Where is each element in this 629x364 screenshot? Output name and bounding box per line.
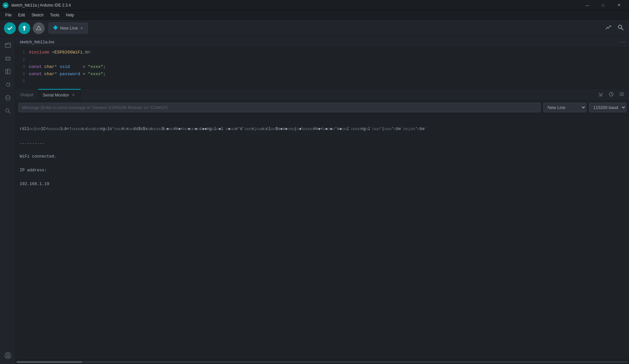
svg-rect-11 [53, 28, 54, 29]
serial-output-line5: 192.168.1.19 [20, 182, 625, 186]
sidebar-item-profile[interactable] [2, 350, 14, 361]
scrollbar-track [16, 361, 628, 363]
chip-icon [53, 25, 58, 30]
toolbar-right [604, 23, 625, 33]
board-name: New Line [60, 26, 78, 31]
svg-marker-2 [22, 26, 26, 31]
folder-icon [5, 42, 11, 49]
tab-output-label: Output [20, 92, 33, 97]
svg-line-27 [9, 112, 10, 114]
title-bar: ∞ sketch_feb11a | Arduino IDE 2.3.4 — □ … [0, 0, 629, 11]
svg-rect-7 [55, 25, 55, 26]
sidebar-item-debug[interactable] [2, 79, 14, 91]
svg-rect-19 [8, 69, 10, 74]
svg-rect-9 [56, 25, 56, 26]
console-tabs-left: Output Serial Monitor ✕ [16, 89, 81, 100]
close-button[interactable]: ✕ [611, 0, 626, 11]
editor-header: sketch_feb11a.ino ⋯ [16, 37, 629, 47]
editor-more-button[interactable]: ⋯ [620, 39, 625, 45]
library-icon [5, 68, 11, 75]
three-lines-icon [619, 92, 624, 97]
serial-output: rdl1☐☐|☐☐1C<☐☐☐☐☐1☐b<!☐☐☐☐s☐c☐☐c☐☐ng☐lo'… [16, 115, 629, 359]
menu-sketch[interactable]: Sketch [29, 12, 46, 18]
board-selector[interactable]: New Line ▼ [49, 23, 88, 33]
menu-edit[interactable]: Edit [15, 12, 28, 18]
window-title: sketch_feb11a | Arduino IDE 2.3.4 [11, 3, 71, 8]
maximize-button[interactable]: □ [596, 0, 611, 11]
console-timestamp-button[interactable] [607, 90, 616, 99]
console-more-button[interactable] [617, 90, 626, 99]
svg-point-20 [6, 83, 10, 86]
debugger-icon [36, 25, 42, 31]
tab-serial-monitor-label: Serial Monitor [43, 93, 69, 97]
scrollbar-thumb[interactable] [16, 361, 82, 363]
tab-serial-monitor-close[interactable]: ✕ [71, 93, 76, 97]
tab-output[interactable]: Output [16, 89, 38, 100]
content-area: sketch_feb11a.ino ⋯ 1 #include <ESP8266W… [16, 37, 629, 364]
menu-bar: File Edit Sketch Tools Help [0, 11, 629, 20]
svg-rect-6 [57, 27, 58, 28]
serial-output-line2: .......... [20, 140, 625, 145]
message-input[interactable] [18, 103, 541, 112]
console-tabs-right [596, 90, 629, 99]
sidebar-bottom [2, 350, 14, 361]
menu-tools[interactable]: Tools [48, 12, 62, 18]
code-editor[interactable]: 1 #include <ESP8266WiFi.h> 2 3 const cha… [16, 47, 629, 89]
baud-select[interactable]: 300 baud 1200 baud 2400 baud 4800 baud 9… [589, 103, 626, 112]
main-area: sketch_feb11a.ino ⋯ 1 #include <ESP8266W… [0, 37, 629, 364]
sidebar-item-library[interactable] [2, 66, 14, 77]
code-line-4: 4 const char* password = "xxxx"; [16, 72, 629, 79]
console-tab-bar: Output Serial Monitor ✕ [16, 89, 629, 101]
svg-rect-5 [53, 27, 54, 28]
serial-output-line3: WiFi connected. [20, 154, 625, 159]
message-input-row: No Line Ending Newline Carriage Return N… [16, 101, 629, 115]
search-button[interactable] [616, 23, 625, 33]
code-line-1: 1 #include <ESP8266WiFi.h> [16, 50, 629, 57]
debug-button[interactable] [33, 22, 45, 34]
svg-rect-15 [6, 57, 10, 60]
search-sidebar-icon [5, 108, 11, 114]
clock-icon [609, 92, 614, 97]
file-name: sketch_feb11a.ino [20, 39, 54, 44]
board-chip-icon [53, 25, 58, 31]
upload-button[interactable] [18, 22, 30, 34]
console-scroll-bottom-button[interactable] [596, 90, 605, 99]
scroll-bottom-icon [598, 92, 603, 97]
sidebar-item-boards[interactable] [2, 53, 14, 64]
title-bar-controls: — □ ✕ [580, 0, 626, 11]
sidebar [0, 37, 16, 364]
tab-serial-monitor[interactable]: Serial Monitor ✕ [38, 89, 81, 100]
sidebar-item-search[interactable] [2, 105, 14, 117]
toolbar: New Line ▼ [0, 20, 629, 37]
serial-output-line4: IP address: [20, 168, 625, 173]
svg-point-29 [7, 354, 9, 356]
boards-icon [5, 55, 11, 62]
app-icon: ∞ [3, 2, 9, 8]
newline-select[interactable]: No Line Ending Newline Carriage Return N… [543, 103, 586, 112]
checkmark-icon [7, 25, 13, 31]
serial-plotter-icon [605, 24, 612, 31]
svg-rect-12 [57, 28, 58, 29]
debug-icon [5, 81, 11, 88]
svg-rect-4 [54, 26, 57, 29]
serial-plotter-button[interactable] [604, 23, 613, 33]
title-bar-left: ∞ sketch_feb11a | Arduino IDE 2.3.4 [3, 2, 71, 8]
code-line-3: 3 const char* ssid = "xxxx"; [16, 64, 629, 72]
sidebar-item-block[interactable] [2, 92, 14, 104]
menu-file[interactable]: File [3, 12, 14, 18]
svg-line-22 [10, 83, 10, 84]
sidebar-item-folder[interactable] [2, 39, 14, 51]
serial-output-line1: rdl1☐☐|☐☐1C<☐☐☐☐☐1☐b<!☐☐☐☐s☐c☐☐c☐☐ng☐lo'… [20, 126, 625, 131]
upload-icon [21, 25, 27, 31]
svg-line-14 [621, 28, 623, 30]
svg-point-26 [6, 109, 9, 112]
verify-button[interactable] [4, 22, 16, 34]
console-area: Output Serial Monitor ✕ [16, 89, 629, 364]
board-dropdown-arrow: ▼ [80, 26, 83, 30]
svg-rect-8 [55, 29, 55, 30]
search-icon-toolbar [617, 24, 624, 31]
menu-help[interactable]: Help [63, 12, 77, 18]
svg-marker-3 [36, 26, 41, 30]
minimize-button[interactable]: — [580, 0, 595, 11]
horizontal-scrollbar[interactable] [16, 359, 629, 364]
